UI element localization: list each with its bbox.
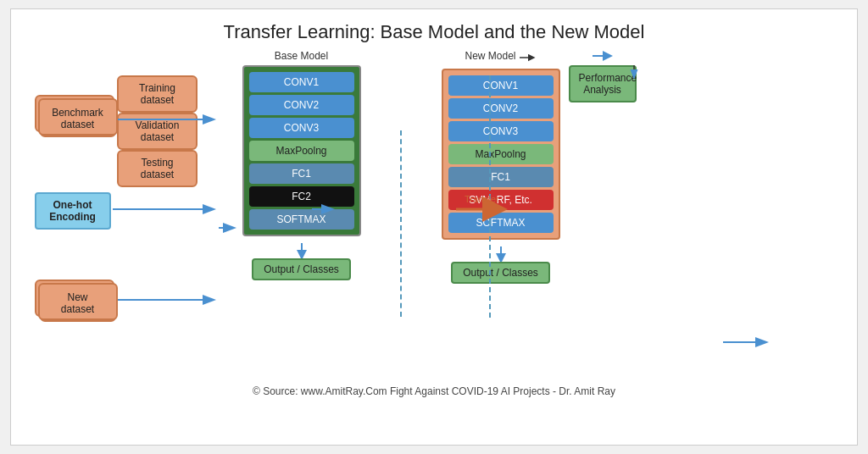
new-model-label: New Model — [465, 50, 515, 62]
base-output-arrow — [293, 243, 310, 258]
new-maxpool: MaxPoolng — [448, 144, 554, 164]
base-maxpool: MaxPoolng — [249, 141, 354, 161]
new-conv2: CONV2 — [448, 98, 554, 119]
new-softmax: SOFTMAX — [448, 213, 554, 233]
base-fc2: FC2 — [249, 186, 354, 207]
encoding-box: One-hot Encoding — [35, 192, 111, 230]
base-model-box: CONV1 CONV2 CONV3 MaxPoolng FC1 FC2 SOFT… — [242, 65, 361, 236]
new-output-arrow — [492, 246, 509, 262]
base-conv3: CONV3 — [249, 118, 354, 138]
new-model-box: CONV1 CONV2 CONV3 MaxPoolng FC1 SVM, RF,… — [442, 69, 560, 240]
base-model-label: Base Model — [275, 50, 328, 62]
new-output: Output / Classes — [451, 262, 550, 284]
validation-dataset: Validation dataset — [117, 113, 198, 150]
new-fc1: FC1 — [448, 167, 554, 187]
main-title: Transfer Learning: Base Model and the Ne… — [28, 21, 840, 43]
splits-to-base-arrow — [214, 143, 240, 313]
training-dataset: Training dataset — [117, 75, 198, 113]
base-output: Output / Classes — [252, 258, 351, 280]
new-model-arrow-icon — [520, 51, 537, 64]
new-conv1: CONV1 — [448, 75, 554, 96]
diagram-container: Transfer Learning: Base Model and the Ne… — [10, 8, 858, 446]
base-conv1: CONV1 — [249, 72, 354, 92]
footer: © Source: www.AmitRay.Com Fight Against … — [28, 385, 840, 397]
benchmark-dataset: Benchmark dataset — [40, 100, 116, 137]
base-fc1: FC1 — [249, 163, 354, 184]
new-svm: SVM, RF, Etc. — [448, 190, 554, 210]
left-section: Benchmark dataset One-hot Encoding New d… — [28, 50, 117, 380]
new-dataset: New dataset — [40, 285, 116, 322]
new-conv3: CONV3 — [448, 121, 554, 141]
testing-dataset: Testing dataset — [117, 150, 198, 187]
performance-analysis-box: Performance Analysis — [569, 65, 637, 102]
perf-arrow-icon — [593, 50, 613, 62]
base-softmax: SOFTMAX — [249, 209, 354, 230]
base-conv2: CONV2 — [249, 95, 354, 115]
